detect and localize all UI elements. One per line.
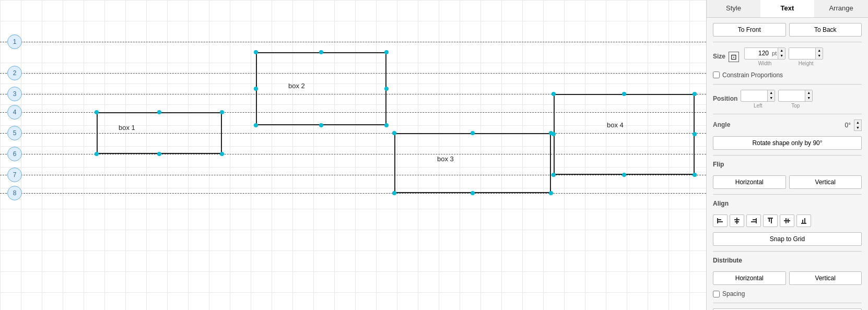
flip-horizontal-button[interactable]: Horizontal: [713, 175, 786, 189]
box1[interactable]: box 1: [97, 112, 222, 154]
box4-handle-br: [693, 173, 697, 177]
top-input[interactable]: [779, 90, 805, 101]
width-spin-down[interactable]: ▼: [778, 53, 785, 58]
row-number-5: 5: [7, 126, 22, 140]
divider-6: [713, 251, 862, 252]
height-input[interactable]: [789, 48, 815, 58]
top-spin-up[interactable]: ▲: [805, 90, 812, 96]
svg-rect-7: [753, 219, 756, 220]
distribute-horizontal-button[interactable]: Horizontal: [713, 271, 786, 285]
width-sublabel: Width: [758, 61, 772, 66]
size-row: Size ⊡ pt ▲ ▼ Width ▲: [713, 47, 862, 66]
row-number-1: 1: [7, 34, 22, 49]
box3-label: box 3: [437, 155, 454, 163]
tab-text[interactable]: Text: [760, 0, 814, 17]
svg-rect-6: [756, 218, 757, 223]
row-number-8: 8: [7, 186, 22, 200]
row-number-4: 4: [7, 105, 22, 120]
width-spin-up[interactable]: ▲: [778, 48, 785, 53]
distribute-row: Horizontal Vertical: [713, 271, 862, 285]
to-front-button[interactable]: To Front: [713, 23, 786, 37]
front-back-row: To Front To Back: [713, 23, 862, 37]
align-left-button[interactable]: [713, 214, 728, 227]
width-spinners: ▲ ▼: [778, 48, 785, 59]
height-input-wrap: ▲ ▼: [789, 47, 823, 59]
align-center-h-button[interactable]: [730, 214, 744, 227]
left-spin-down[interactable]: ▼: [768, 96, 775, 101]
box3[interactable]: box 3: [394, 133, 551, 193]
spacing-checkbox[interactable]: [713, 291, 720, 297]
guide-line-2: [0, 73, 706, 74]
guide-line-8: [0, 193, 706, 194]
top-spin-down[interactable]: ▼: [805, 96, 812, 101]
grid-background: [0, 0, 706, 310]
box1-handle-tl: [95, 110, 99, 114]
guide-line-7: [0, 175, 706, 175]
rotate-button[interactable]: Rotate shape only by 90°: [713, 136, 862, 150]
svg-rect-0: [717, 218, 718, 223]
width-group: pt ▲ ▼ Width: [744, 47, 785, 66]
to-back-button[interactable]: To Back: [789, 23, 862, 37]
spacing-row: Spacing: [713, 290, 862, 297]
svg-rect-2: [718, 221, 723, 222]
svg-rect-10: [769, 219, 770, 222]
align-top-button[interactable]: [763, 214, 778, 227]
left-sublabel: Left: [754, 103, 763, 109]
constrain-checkbox[interactable]: [713, 71, 720, 78]
top-spinners: ▲ ▼: [805, 90, 812, 101]
box2-handle-tr: [384, 50, 389, 54]
box4-handle-tl: [552, 92, 556, 96]
angle-row: Angle 0° ▲ ▼: [713, 120, 862, 132]
align-right-button[interactable]: [746, 214, 761, 227]
left-spin-up[interactable]: ▲: [768, 90, 775, 96]
box3-handle-tr: [549, 131, 553, 135]
panel-tabs: Style Text Arrange: [707, 0, 868, 18]
box3-handle-bl: [392, 191, 396, 195]
height-spin-down[interactable]: ▼: [816, 53, 823, 58]
top-group: ▲ ▼ Top: [778, 90, 813, 109]
height-group: ▲ ▼ Height: [789, 47, 823, 66]
box4-handle-ml: [552, 132, 556, 136]
flip-vertical-button[interactable]: Vertical: [789, 175, 862, 189]
box4-handle-tr: [693, 92, 697, 96]
divider-5: [713, 194, 862, 195]
box2[interactable]: box 2: [256, 52, 386, 125]
svg-rect-8: [751, 221, 756, 222]
angle-spin-down[interactable]: ▼: [854, 125, 861, 130]
right-panel: Style Text Arrange To Front To Back Size…: [706, 0, 868, 310]
box4-label: box 4: [607, 121, 624, 129]
box3-handle-br: [549, 191, 553, 195]
tab-arrange[interactable]: Arrange: [814, 0, 868, 17]
flip-row: Horizontal Vertical: [713, 175, 862, 189]
width-input[interactable]: [745, 48, 771, 58]
box2-handle-bm: [319, 123, 323, 127]
distribute-label: Distribute: [713, 257, 862, 264]
height-spin-up[interactable]: ▲: [816, 48, 823, 53]
align-center-v-button[interactable]: [780, 214, 794, 227]
snap-to-grid-button[interactable]: Snap to Grid: [713, 232, 862, 246]
box4[interactable]: box 4: [554, 94, 695, 175]
canvas-area[interactable]: 1 2 3 4 5 6 7 8 box 1 box 2 box 3 box 4: [0, 0, 706, 310]
top-input-wrap: ▲ ▼: [778, 90, 813, 102]
box4-handle-mr: [693, 132, 697, 136]
box2-handle-mr: [384, 87, 389, 91]
guide-line-5: [0, 133, 706, 134]
row-number-6: 6: [7, 147, 22, 161]
box1-handle-bl: [95, 152, 99, 156]
height-sublabel: Height: [799, 61, 814, 66]
size-icon: ⊡: [729, 52, 739, 62]
align-bottom-button[interactable]: [796, 214, 811, 227]
left-group: ▲ ▼ Left: [741, 90, 775, 109]
box4-handle-tm: [622, 92, 626, 96]
svg-rect-5: [735, 221, 739, 222]
box1-handle-bm: [157, 152, 161, 156]
distribute-vertical-button[interactable]: Vertical: [789, 271, 862, 285]
left-input[interactable]: [741, 90, 767, 101]
box2-label: box 2: [288, 82, 305, 90]
guide-line-3: [0, 94, 706, 94]
panel-content: To Front To Back Size ⊡ pt ▲ ▼ Width: [707, 18, 868, 310]
align-icons-row: [713, 214, 862, 227]
box3-handle-tm: [471, 131, 475, 135]
tab-style[interactable]: Style: [707, 0, 760, 17]
angle-spin-up[interactable]: ▲: [854, 120, 861, 125]
